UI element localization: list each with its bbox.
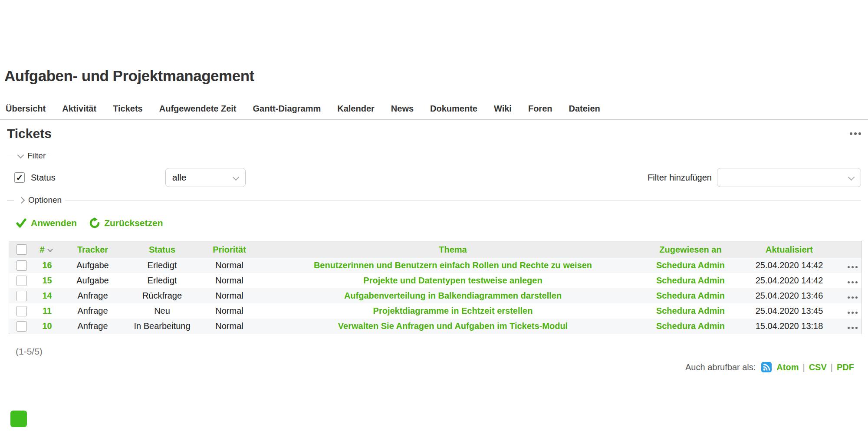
status-filter-label: Status [31,173,56,183]
priority-cell: Normal [199,288,260,303]
nav-tab-foren[interactable]: Foren [528,104,552,114]
nav-tab-dateien[interactable]: Dateien [569,104,600,114]
assignee-link[interactable]: Schedura Admin [656,306,725,316]
ticket-id-link[interactable]: 15 [42,276,52,285]
add-filter-select[interactable] [717,168,861,187]
updated-cell: 25.04.2020 14:42 [735,273,844,288]
row-checkbox[interactable]: ✓ [16,291,27,301]
updated-cell: 25.04.2020 13:46 [735,288,844,303]
main-nav: Übersicht Aktivität Tickets Aufgewendete… [0,104,868,120]
ticket-id-link[interactable]: 10 [42,321,52,331]
nav-tab-tickets[interactable]: Tickets [113,104,143,114]
reset-button[interactable]: Zurücksetzen [89,217,163,229]
priority-cell: Normal [199,258,260,273]
row-actions-ellipsis-icon[interactable] [848,281,858,283]
ticket-row-15: ✓ 15 Aufgabe Erledigt Normal Projekte un… [9,273,862,288]
column-header-priority[interactable]: Priorität [199,241,260,258]
ticket-row-11: ✓ 11 Anfrage Neu Normal Projektdiagramme… [9,303,862,319]
assignee-link[interactable]: Schedura Admin [656,291,725,300]
pdf-link[interactable]: PDF [837,362,854,372]
ticket-subject-link[interactable]: Projektdiagramme in Echtzeit erstellen [373,306,533,316]
chevron-down-icon[interactable] [17,151,24,158]
rss-feed-icon [761,362,772,372]
tracker-cell: Aufgabe [60,258,125,273]
assignee-link[interactable]: Schedura Admin [656,276,725,285]
filter-legend-label[interactable]: Filter [27,151,46,161]
status-operator-select[interactable]: alle [165,168,246,187]
nav-tab-wiki[interactable]: Wiki [494,104,512,114]
atom-link[interactable]: Atom [776,362,799,372]
chevron-down-icon [232,174,239,181]
nav-tab-kalender[interactable]: Kalender [337,104,375,114]
filter-fieldset-legend: Filter [7,151,861,160]
status-cell: Erledigt [125,258,199,273]
chevron-right-icon[interactable] [18,197,25,204]
column-header-updated[interactable]: Aktualisiert [735,241,844,258]
corner-widget-button[interactable] [10,411,27,427]
format-separator: | [831,362,833,372]
ticket-id-link[interactable]: 14 [42,291,52,300]
nav-tab-news[interactable]: News [391,104,414,114]
nav-tab-aufgewendete-zeit[interactable]: Aufgewendete Zeit [159,104,237,114]
fieldset-dash [7,156,14,156]
ticket-subject-link[interactable]: Benutzerinnen und Benutzern einfach Roll… [314,260,592,270]
ticket-row-16: ✓ 16 Aufgabe Erledigt Normal Benutzerinn… [9,258,862,273]
row-actions-ellipsis-icon[interactable] [848,312,858,314]
options-fieldset-legend: Optionen [7,196,861,204]
row-checkbox[interactable]: ✓ [16,321,27,332]
priority-cell: Normal [199,319,260,334]
status-filter-checkbox[interactable]: ✓ [14,172,25,183]
fieldset-line [49,156,861,156]
status-cell: In Bearbeitung [125,319,199,334]
select-all-checkbox[interactable]: ✓ [16,244,27,255]
ticket-row-14: ✓ 14 Anfrage Rückfrage Normal Aufgabenve… [9,288,862,303]
ticket-id-link[interactable]: 16 [42,260,52,270]
nav-tab-uebersicht[interactable]: Übersicht [6,104,46,114]
chevron-down-icon [848,174,855,181]
apply-button[interactable]: Anwenden [16,217,77,229]
row-actions-ellipsis-icon[interactable] [848,296,858,299]
column-header-tracker[interactable]: Tracker [60,241,125,258]
updated-cell: 15.04.2020 13:18 [735,319,844,334]
row-checkbox[interactable]: ✓ [16,306,27,316]
nav-tab-gantt[interactable]: Gantt-Diagramm [253,104,321,114]
column-header-status[interactable]: Status [125,241,199,258]
row-checkbox[interactable]: ✓ [16,276,27,286]
nav-tab-dokumente[interactable]: Dokumente [430,104,477,114]
assignee-link[interactable]: Schedura Admin [656,260,725,270]
page-title: Aufgaben- und Projektmanagement [4,67,868,85]
assignee-link[interactable]: Schedura Admin [656,321,725,331]
tracker-cell: Aufgabe [60,273,125,288]
tracker-cell: Anfrage [60,303,125,319]
nav-tab-aktivitaet[interactable]: Aktivität [62,104,96,114]
ticket-subject-link[interactable]: Verwalten Sie Anfragen und Aufgaben im T… [338,321,568,331]
apply-button-label: Anwenden [31,218,77,228]
ticket-row-10: ✓ 10 Anfrage In Bearbeitung Normal Verwa… [9,319,862,334]
row-actions-ellipsis-icon[interactable] [848,327,858,329]
column-header-subject[interactable]: Thema [260,241,646,258]
tickets-table: ✓ # Tracker Status Priorität Thema Zugew… [9,241,862,334]
ticket-id-link[interactable]: 11 [43,306,52,316]
status-cell: Rückfrage [125,288,199,303]
fieldset-line [65,200,861,201]
page-actions-ellipsis-icon[interactable] [850,132,861,135]
fieldset-dash [7,200,14,201]
status-operator-value: alle [166,172,187,183]
updated-cell: 25.04.2020 13:45 [735,303,844,319]
ticket-subject-link[interactable]: Projekte und Datentypen testweise anlege… [363,276,542,285]
column-header-id[interactable]: # [34,241,60,258]
pagination-info: (1-5/5) [16,346,861,357]
csv-link[interactable]: CSV [809,362,827,372]
sort-desc-icon [47,247,53,252]
column-header-assignee[interactable]: Zugewiesen an [646,241,735,258]
reset-button-label: Zurücksetzen [104,218,163,228]
priority-cell: Normal [199,273,260,288]
table-header-row: ✓ # Tracker Status Priorität Thema Zugew… [9,241,862,258]
ticket-subject-link[interactable]: Aufgabenverteilung in Balkendiagrammen d… [344,291,562,300]
row-checkbox[interactable]: ✓ [16,260,27,271]
priority-cell: Normal [199,303,260,319]
options-legend-label[interactable]: Optionen [28,195,62,205]
section-title-tickets: Tickets [7,126,52,141]
tracker-cell: Anfrage [60,319,125,334]
row-actions-ellipsis-icon[interactable] [848,266,858,268]
